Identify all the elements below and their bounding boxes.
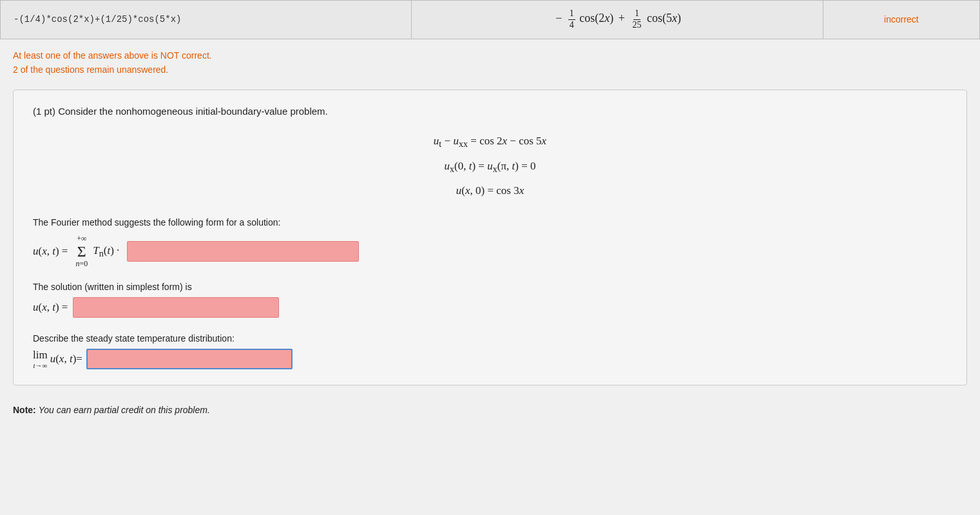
formula-cell: -(1/4)*cos(2*x)+(1/25)*cos(5*x) [1, 1, 412, 39]
steady-state-input[interactable] [86, 349, 293, 369]
solution-lhs-text: u(x, t) = [33, 301, 68, 314]
problem-title: (1 pt) Consider the nonhomogeneous initi… [33, 106, 947, 117]
cos5x-text: cos(5x) [647, 12, 681, 24]
fourier-label: The Fourier method suggests the followin… [33, 217, 947, 228]
solution-input[interactable] [73, 297, 279, 318]
fraction-1: 1 4 [568, 8, 575, 31]
fourier-input[interactable] [127, 241, 359, 262]
eq3-line: u(x, 0) = cos 3x [33, 179, 947, 202]
eq1-line: ut − uxx = cos 2x − cos 5x [33, 130, 947, 154]
minus-symbol: − [555, 12, 562, 24]
status-cell: incorrect [823, 1, 979, 39]
note-section: Note: You can earn partial credit on thi… [0, 398, 980, 428]
rendered-math-cell: − 1 4 cos(2x) + 1 25 cos(5x) [412, 1, 823, 39]
cos2x-text: cos(2x) [579, 12, 613, 24]
plus-symbol: + [619, 12, 628, 24]
tn-text: Tn(t) · [93, 244, 119, 259]
status-line2: 2 of the questions remain unanswered. [13, 63, 967, 77]
limit-lhs-func: u(x, t)= [50, 353, 82, 365]
note-label: Note: [13, 405, 36, 415]
problem-box: (1 pt) Consider the nonhomogeneous initi… [13, 90, 967, 385]
solution-row: u(x, t) = [33, 297, 947, 318]
fraction-2: 1 25 [631, 8, 642, 31]
sum-bottom: n=0 [75, 259, 88, 269]
status-line1: At least one of the answers above is NOT… [13, 48, 967, 63]
fourier-lhs-text: u(x, t) = [33, 245, 68, 258]
steady-state-label: Describe the steady state temperature di… [33, 333, 947, 344]
formula-text: -(1/4)*cos(2*x)+(1/25)*cos(5*x) [14, 14, 181, 24]
limit-block: lim t→∞ [33, 349, 48, 369]
note-text: You can earn partial credit on this prob… [39, 405, 210, 415]
sum-symbol-block: +∞ Σ n=0 [75, 234, 88, 269]
rendered-math: − 1 4 cos(2x) + 1 25 cos(5x) [553, 12, 681, 24]
status-messages-block: At least one of the answers above is NOT… [0, 39, 980, 84]
lim-sub: t→∞ [33, 362, 47, 369]
steady-state-row: lim t→∞ u(x, t)= [33, 349, 947, 369]
eq2-line: ux(0, t) = ux(π, t) = 0 [33, 155, 947, 179]
answer-table: -(1/4)*cos(2*x)+(1/25)*cos(5*x) − 1 4 co… [0, 0, 980, 39]
equations-block: ut − uxx = cos 2x − cos 5x ux(0, t) = ux… [33, 130, 947, 202]
fourier-row: u(x, t) = +∞ Σ n=0 Tn(t) · [33, 234, 947, 269]
status-text: incorrect [884, 14, 919, 24]
sum-sigma: Σ [77, 244, 86, 259]
sum-top: +∞ [77, 234, 86, 244]
solution-label: The solution (written in simplest form) … [33, 282, 947, 292]
lim-text: lim [33, 349, 48, 362]
